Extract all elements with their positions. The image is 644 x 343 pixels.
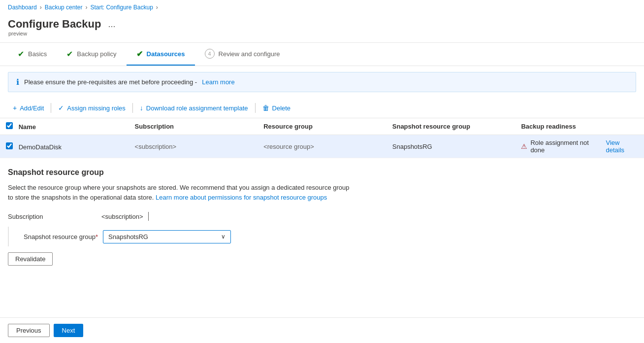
row-resource-group: <resource group>: [258, 135, 386, 158]
col-header-subscription: Subscription: [129, 118, 258, 135]
snapshot-learn-more-link[interactable]: Learn more about permissions for snapsho…: [156, 194, 327, 201]
breadcrumb-backup-center[interactable]: Backup center: [45, 4, 83, 11]
review-circle: 4: [205, 49, 215, 59]
assign-roles-button[interactable]: ✓ Assign missing roles: [53, 102, 130, 114]
add-edit-label: Add/Edit: [20, 104, 44, 112]
delete-label: Delete: [272, 104, 291, 112]
page-subtitle: preview: [8, 31, 636, 36]
tab-datasources-label: Datasources: [147, 50, 185, 58]
tab-review[interactable]: 4 Review and configure: [195, 43, 290, 66]
row-name: DemoDataDisk: [19, 143, 62, 151]
info-banner: ℹ Please ensure the pre-requisites are m…: [8, 72, 636, 92]
row-checkbox[interactable]: [6, 142, 13, 149]
tab-review-label: Review and configure: [219, 50, 280, 58]
learn-more-link[interactable]: Learn more: [202, 78, 234, 86]
ellipsis-button[interactable]: ...: [106, 18, 117, 31]
snapshot-section-desc: Select the resource group where your sna…: [8, 183, 353, 202]
indent-line: [8, 227, 20, 246]
tab-backup-policy-label: Backup policy: [77, 50, 116, 58]
col-name-label: Name: [19, 123, 36, 131]
subscription-label: Subscription: [8, 213, 97, 220]
toolbar-sep-3: [255, 103, 256, 113]
main-content: ℹ Please ensure the pre-requisites are m…: [0, 72, 644, 305]
tab-basics[interactable]: ✔ Basics: [8, 43, 57, 66]
add-icon: +: [13, 104, 17, 112]
backup-readiness-status: Role assignment not done: [530, 139, 601, 154]
row-checkbox-name: DemoDataDisk: [0, 135, 129, 158]
breadcrumb-dashboard[interactable]: Dashboard: [8, 4, 37, 11]
snapshot-rg-row: Snapshot resource group * SnapshotsRG ∨: [8, 225, 636, 252]
revalidate-button[interactable]: Revalidate: [8, 252, 53, 266]
col-header-checkbox: Name: [0, 118, 129, 135]
col-header-backup-readiness: Backup readiness: [515, 118, 644, 135]
breadcrumb-configure-backup[interactable]: Start: Configure Backup: [90, 4, 153, 11]
subscription-value: <subscription>: [101, 212, 149, 221]
snapshot-rg-dropdown[interactable]: SnapshotsRG ∨: [103, 230, 231, 243]
snapshot-rg-label: Snapshot resource group: [24, 233, 96, 240]
datasources-check-icon: ✔: [136, 49, 143, 59]
error-icon: ⚠: [521, 142, 527, 150]
download-template-button[interactable]: ↓ Download role assignment template: [135, 102, 253, 114]
delete-icon: 🗑: [262, 104, 269, 112]
subscription-row: Subscription <subscription>: [8, 210, 636, 225]
tab-backup-policy[interactable]: ✔ Backup policy: [57, 43, 126, 66]
delete-button[interactable]: 🗑 Delete: [258, 102, 296, 114]
row-subscription: <subscription>: [129, 135, 258, 158]
backup-policy-check-icon: ✔: [66, 49, 73, 59]
data-table: Name Subscription Resource group Snapsho…: [0, 118, 644, 158]
page-title: Configure Backup: [8, 18, 101, 31]
add-edit-button[interactable]: + Add/Edit: [8, 102, 49, 114]
download-icon: ↓: [140, 104, 143, 112]
chevron-down-icon: ∨: [221, 233, 225, 240]
toolbar-sep-1: [51, 103, 51, 113]
table-row: DemoDataDisk <subscription> <resource gr…: [0, 135, 644, 158]
breadcrumb: Dashboard › Backup center › Start: Confi…: [0, 0, 644, 15]
download-template-label: Download role assignment template: [146, 104, 248, 112]
toolbar-sep-2: [132, 103, 133, 113]
row-snapshot-rg: SnapshotsRG: [386, 135, 515, 158]
view-details-link[interactable]: View details: [606, 139, 638, 154]
required-asterisk: *: [96, 233, 98, 240]
assign-roles-label: Assign missing roles: [67, 104, 126, 112]
select-all-checkbox[interactable]: [6, 122, 13, 129]
col-header-snapshot-rg: Snapshot resource group: [386, 118, 515, 135]
snapshot-section-title: Snapshot resource group: [8, 168, 636, 177]
basics-check-icon: ✔: [18, 49, 24, 59]
tabs-container: ✔ Basics ✔ Backup policy ✔ Datasources 4…: [0, 43, 644, 66]
tab-basics-label: Basics: [28, 50, 47, 58]
col-header-resource-group: Resource group: [258, 118, 386, 135]
tab-datasources[interactable]: ✔ Datasources: [127, 43, 195, 66]
info-icon: ℹ: [16, 77, 19, 87]
snapshot-section: Snapshot resource group Select the resou…: [0, 158, 644, 275]
check-icon: ✓: [58, 104, 64, 112]
snapshot-rg-value: SnapshotsRG: [108, 233, 148, 240]
info-banner-text: Please ensure the pre-requisites are met…: [24, 78, 197, 86]
row-backup-readiness: ⚠ Role assignment not done View details: [515, 135, 644, 158]
subscription-separator: [148, 212, 149, 221]
page-header: Configure Backup ... preview: [0, 15, 644, 43]
toolbar: + Add/Edit ✓ Assign missing roles ↓ Down…: [0, 98, 644, 118]
